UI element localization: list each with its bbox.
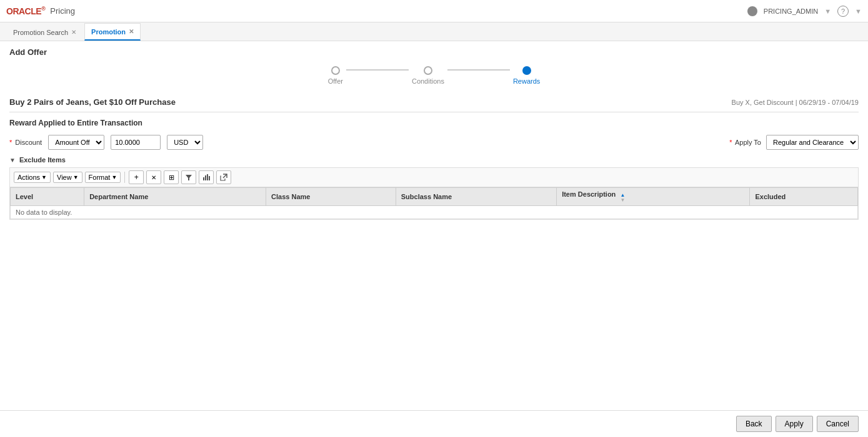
svg-rect-4 — [209, 176, 210, 180]
help-icon[interactable]: ? — [837, 6, 849, 17]
exclude-items-label: Exclude Items — [19, 156, 66, 164]
tab-label-promotion: Promotion — [91, 28, 126, 36]
filter-button[interactable] — [181, 170, 196, 184]
wizard-label-offer: Offer — [328, 77, 343, 85]
app-title: Pricing — [50, 6, 75, 16]
svg-marker-0 — [186, 175, 192, 180]
bottom-bar: Back Apply Cancel — [0, 410, 868, 437]
add-icon: + — [134, 173, 139, 182]
tab-close-promotion[interactable]: ✕ — [129, 28, 134, 35]
apply-to-label: * Apply To — [729, 139, 761, 146]
user-icon — [747, 6, 757, 16]
table-body: No data to display. — [11, 206, 858, 219]
apply-to-required-star: * — [729, 139, 732, 146]
columns-button[interactable]: ⊞ — [164, 170, 179, 184]
wizard-circle-rewards — [522, 66, 531, 75]
nav-left: ORACLE® Pricing — [6, 6, 75, 16]
wizard-label-conditions: Conditions — [412, 77, 444, 85]
wizard-connector-2 — [447, 69, 510, 71]
page-content: Add Offer Offer Conditions Rewards Buy 2… — [0, 41, 868, 437]
table-header: Level Department Name Class Name Subclas… — [11, 188, 858, 206]
no-data-message: No data to display. — [11, 206, 858, 219]
promo-meta: Buy X, Get Discount | 06/29/19 - 07/04/1… — [732, 99, 859, 106]
promo-name: Buy 2 Pairs of Jeans, Get $10 Off Purcha… — [9, 97, 176, 107]
back-button[interactable]: Back — [736, 416, 772, 432]
discount-label: * Discount — [9, 139, 42, 146]
col-department-name[interactable]: Department Name — [84, 188, 266, 206]
col-excluded[interactable]: Excluded — [750, 188, 858, 206]
wizard-step-offer: Offer — [328, 66, 343, 85]
col-level[interactable]: Level — [11, 188, 84, 206]
sort-down-icon: ▼ — [620, 198, 625, 203]
discount-row: * Discount Amount Off Percent Off Fixed … — [9, 135, 859, 150]
delete-row-button[interactable]: ✕ — [146, 170, 161, 184]
reward-section-title: Reward Applied to Entire Transaction — [9, 119, 859, 127]
columns-icon: ⊞ — [169, 174, 174, 182]
format-button[interactable]: Format ▼ — [85, 172, 121, 183]
exclude-items-table-wrapper: Level Department Name Class Name Subclas… — [9, 187, 859, 220]
add-row-button[interactable]: + — [129, 170, 144, 184]
wizard-step-rewards: Rewards — [513, 66, 540, 85]
toolbar-sep-1 — [124, 172, 125, 183]
view-chevron-icon: ▼ — [73, 174, 79, 180]
apply-button[interactable]: Apply — [776, 416, 813, 432]
wizard-label-rewards: Rewards — [513, 77, 540, 85]
actions-label: Actions — [17, 174, 40, 181]
exclude-items-header[interactable]: ▼ Exclude Items — [9, 156, 859, 164]
view-button[interactable]: View ▼ — [53, 172, 82, 183]
filter-icon — [185, 174, 192, 181]
svg-rect-3 — [207, 174, 208, 180]
tab-promotion[interactable]: Promotion ✕ — [84, 23, 141, 41]
wizard-steps: Offer Conditions Rewards — [9, 66, 859, 85]
col-subclass-name[interactable]: Subclass Name — [396, 188, 556, 206]
sort-icons-item-description: ▲ ▼ — [620, 193, 625, 203]
delete-icon: ✕ — [151, 174, 156, 181]
discount-value-input[interactable] — [111, 135, 161, 150]
nav-right: PRICING_ADMIN ▼ ? ▼ — [747, 6, 862, 17]
oracle-wordmark: ORACLE® — [6, 6, 45, 16]
detach-icon — [220, 174, 227, 181]
discount-currency-select[interactable]: USD EUR GBP — [167, 135, 203, 150]
table-row-empty: No data to display. — [11, 206, 858, 219]
apply-to-group: * Apply To Regular and Clearance Regular… — [729, 135, 859, 150]
chart-button[interactable] — [199, 170, 214, 184]
col-item-description[interactable]: Item Description ▲ ▼ — [557, 188, 750, 206]
wizard-connector-1 — [346, 69, 409, 71]
svg-line-5 — [223, 174, 227, 178]
tab-label-promotion-search: Promotion Search — [13, 29, 68, 36]
actions-button[interactable]: Actions ▼ — [14, 172, 51, 183]
wizard-circle-conditions — [424, 66, 432, 75]
exclude-items-toolbar: Actions ▼ View ▼ Format ▼ + ✕ ⊞ — [9, 167, 859, 187]
collapse-arrow-icon: ▼ — [9, 157, 16, 164]
detach-button[interactable] — [216, 170, 231, 184]
cancel-button[interactable]: Cancel — [817, 416, 859, 432]
tab-bar: Promotion Search ✕ Promotion ✕ — [0, 22, 868, 41]
chart-icon — [202, 174, 210, 181]
tab-promotion-search[interactable]: Promotion Search ✕ — [6, 23, 83, 41]
view-label: View — [57, 174, 72, 181]
tab-close-promotion-search[interactable]: ✕ — [71, 29, 76, 36]
col-class-name[interactable]: Class Name — [266, 188, 396, 206]
discount-type-select[interactable]: Amount Off Percent Off Fixed Price — [48, 135, 104, 150]
promo-info-row: Buy 2 Pairs of Jeans, Get $10 Off Purcha… — [9, 97, 859, 112]
exclude-items-table: Level Department Name Class Name Subclas… — [10, 187, 858, 219]
page-title: Add Offer — [9, 47, 859, 57]
oracle-logo: ORACLE® — [6, 6, 45, 16]
actions-chevron-icon: ▼ — [41, 174, 47, 180]
svg-rect-2 — [205, 175, 206, 180]
format-label: Format — [89, 174, 111, 181]
format-chevron-icon: ▼ — [111, 174, 117, 180]
discount-required-star: * — [9, 139, 12, 146]
wizard-step-conditions: Conditions — [412, 66, 444, 85]
top-nav: ORACLE® Pricing PRICING_ADMIN ▼ ? ▼ — [0, 0, 868, 22]
svg-rect-1 — [203, 177, 204, 180]
username[interactable]: PRICING_ADMIN — [764, 7, 818, 15]
wizard-circle-offer — [331, 66, 340, 75]
apply-to-select[interactable]: Regular and Clearance Regular Only Clear… — [766, 135, 859, 150]
